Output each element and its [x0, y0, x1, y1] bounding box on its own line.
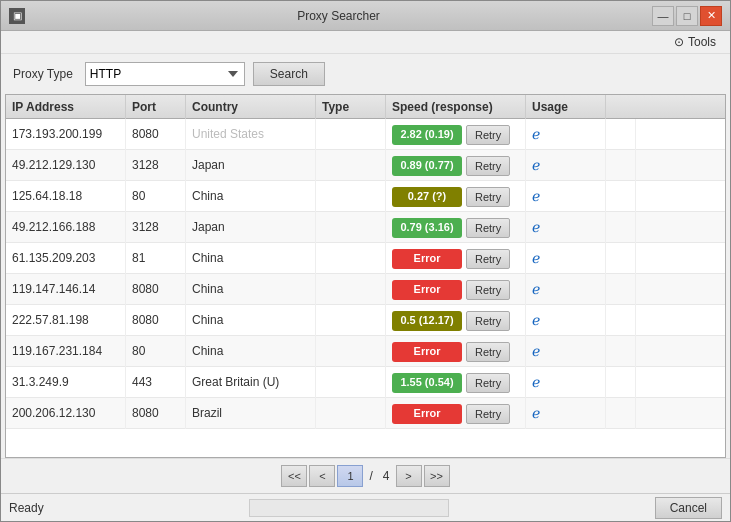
cell-country: China — [186, 243, 316, 274]
cell-country: Japan — [186, 150, 316, 181]
ie-icon[interactable]: ℯ — [532, 212, 540, 243]
cell-ip: 61.135.209.203 — [6, 243, 126, 274]
retry-button[interactable]: Retry — [466, 125, 510, 145]
cell-extra — [606, 274, 636, 305]
cell-ip: 31.3.249.9 — [6, 367, 126, 398]
cell-speed: 0.89 (0.77) Retry — [386, 150, 526, 181]
current-page-button[interactable]: 1 — [337, 465, 363, 487]
cell-type — [316, 243, 386, 274]
ie-icon[interactable]: ℯ — [532, 336, 540, 367]
ie-icon[interactable]: ℯ — [532, 243, 540, 274]
next-page-button[interactable]: > — [396, 465, 422, 487]
retry-button[interactable]: Retry — [466, 280, 510, 300]
ie-icon[interactable]: ℯ — [532, 274, 540, 305]
status-text: Ready — [9, 501, 44, 515]
cell-country: China — [186, 274, 316, 305]
cell-country: United States — [186, 119, 316, 150]
cell-usage: ℯ — [526, 119, 606, 150]
retry-button[interactable]: Retry — [466, 156, 510, 176]
speed-badge: 0.79 (3.16) — [392, 218, 462, 238]
retry-button[interactable]: Retry — [466, 218, 510, 238]
titlebar-controls: — □ ✕ — [652, 6, 722, 26]
cell-speed: Error Retry — [386, 243, 526, 274]
tools-button[interactable]: ⊙ Tools — [668, 33, 722, 51]
cell-ip: 222.57.81.198 — [6, 305, 126, 336]
cell-usage: ℯ — [526, 367, 606, 398]
cell-usage: ℯ — [526, 181, 606, 212]
cell-speed: 1.55 (0.54) Retry — [386, 367, 526, 398]
proxy-type-label: Proxy Type — [13, 67, 73, 81]
table-row[interactable]: 125.64.18.18 80 China 0.27 (?) Retry ℯ — [6, 181, 725, 212]
main-window: ▣ Proxy Searcher — □ ✕ ⊙ Tools Proxy Typ… — [0, 0, 731, 522]
maximize-button[interactable]: □ — [676, 6, 698, 26]
status-input — [249, 499, 449, 517]
retry-button[interactable]: Retry — [466, 187, 510, 207]
retry-button[interactable]: Retry — [466, 311, 510, 331]
cell-speed: 0.5 (12.17) Retry — [386, 305, 526, 336]
cell-type — [316, 181, 386, 212]
cell-usage: ℯ — [526, 398, 606, 429]
ie-icon[interactable]: ℯ — [532, 398, 540, 429]
table-row[interactable]: 173.193.200.199 8080 United States 2.82 … — [6, 119, 725, 150]
table-row[interactable]: 49.212.129.130 3128 Japan 0.89 (0.77) Re… — [6, 150, 725, 181]
cell-extra — [606, 305, 636, 336]
ie-icon[interactable]: ℯ — [532, 305, 540, 336]
window-icon: ▣ — [9, 8, 25, 24]
ie-icon[interactable]: ℯ — [532, 119, 540, 150]
cell-port: 8080 — [126, 119, 186, 150]
tools-icon: ⊙ — [674, 35, 684, 49]
cancel-button[interactable]: Cancel — [655, 497, 722, 519]
table-row[interactable]: 119.147.146.14 8080 China Error Retry ℯ — [6, 274, 725, 305]
cell-usage: ℯ — [526, 336, 606, 367]
table-row[interactable]: 222.57.81.198 8080 China 0.5 (12.17) Ret… — [6, 305, 725, 336]
cell-usage: ℯ — [526, 212, 606, 243]
retry-button[interactable]: Retry — [466, 249, 510, 269]
cell-type — [316, 150, 386, 181]
cell-usage: ℯ — [526, 243, 606, 274]
status-bar: Ready Cancel — [1, 493, 730, 521]
table-row[interactable]: 200.206.12.130 8080 Brazil Error Retry ℯ — [6, 398, 725, 429]
cell-usage: ℯ — [526, 274, 606, 305]
table-row[interactable]: 61.135.209.203 81 China Error Retry ℯ — [6, 243, 725, 274]
cell-extra — [606, 150, 636, 181]
table-row[interactable]: 31.3.249.9 443 Great Britain (U) 1.55 (0… — [6, 367, 725, 398]
speed-badge: 0.5 (12.17) — [392, 311, 462, 331]
first-page-button[interactable]: << — [281, 465, 307, 487]
ie-icon[interactable]: ℯ — [532, 181, 540, 212]
ie-icon[interactable]: ℯ — [532, 150, 540, 181]
search-button[interactable]: Search — [253, 62, 325, 86]
cell-usage: ℯ — [526, 305, 606, 336]
cell-extra — [606, 367, 636, 398]
cell-port: 80 — [126, 336, 186, 367]
cell-port: 3128 — [126, 212, 186, 243]
pagination: << < 1 / 4 > >> — [1, 458, 730, 493]
cell-type — [316, 367, 386, 398]
col-port: Port — [126, 95, 186, 119]
cell-port: 3128 — [126, 150, 186, 181]
titlebar: ▣ Proxy Searcher — □ ✕ — [1, 1, 730, 31]
toolbar: ⊙ Tools — [1, 31, 730, 54]
table-row[interactable]: 119.167.231.184 80 China Error Retry ℯ — [6, 336, 725, 367]
last-page-button[interactable]: >> — [424, 465, 450, 487]
cell-port: 443 — [126, 367, 186, 398]
total-pages: 4 — [379, 469, 394, 483]
retry-button[interactable]: Retry — [466, 404, 510, 424]
ie-icon[interactable]: ℯ — [532, 367, 540, 398]
cell-country: China — [186, 181, 316, 212]
speed-badge: 2.82 (0.19) — [392, 125, 462, 145]
minimize-button[interactable]: — — [652, 6, 674, 26]
retry-button[interactable]: Retry — [466, 342, 510, 362]
cell-country: Great Britain (U) — [186, 367, 316, 398]
cell-speed: 0.79 (3.16) Retry — [386, 212, 526, 243]
table-header: IP Address Port Country Type Speed (resp… — [6, 95, 725, 119]
prev-page-button[interactable]: < — [309, 465, 335, 487]
proxy-type-select[interactable]: HTTP HTTPS SOCKS4 SOCKS5 — [85, 62, 245, 86]
cell-extra — [606, 336, 636, 367]
retry-button[interactable]: Retry — [466, 373, 510, 393]
speed-badge: Error — [392, 249, 462, 269]
cell-extra — [606, 212, 636, 243]
close-button[interactable]: ✕ — [700, 6, 722, 26]
speed-badge: 1.55 (0.54) — [392, 373, 462, 393]
cell-ip: 125.64.18.18 — [6, 181, 126, 212]
table-row[interactable]: 49.212.166.188 3128 Japan 0.79 (3.16) Re… — [6, 212, 725, 243]
